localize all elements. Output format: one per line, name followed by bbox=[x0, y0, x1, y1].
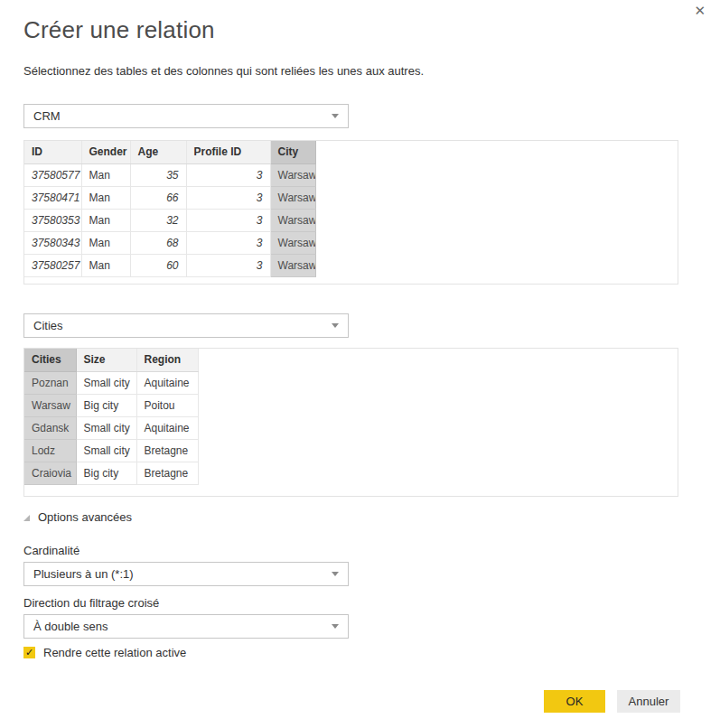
cell-region[interactable]: Aquitaine bbox=[136, 416, 198, 439]
cell-profile-id[interactable]: 3 bbox=[186, 186, 270, 209]
cell-gender[interactable]: Man bbox=[81, 231, 130, 254]
cell-city[interactable]: Warsaw bbox=[270, 209, 315, 231]
cell-region[interactable]: Bretagne bbox=[136, 462, 198, 484]
advanced-options-label: Options avancées bbox=[38, 510, 132, 524]
cell-city[interactable]: Warsaw bbox=[270, 186, 315, 209]
cell-gender[interactable]: Man bbox=[81, 163, 130, 186]
chevron-down-icon bbox=[332, 572, 339, 576]
table-row: Lodz Small city Bretagne bbox=[24, 439, 198, 462]
cell-size[interactable]: Small city bbox=[76, 439, 136, 462]
cell-id[interactable]: 37580257 bbox=[24, 254, 81, 276]
create-relationship-dialog: ✕ Créer une relation Sélectionnez des ta… bbox=[0, 0, 720, 728]
table-row: Gdansk Small city Aquitaine bbox=[24, 416, 198, 439]
table-row: 37580343 Man 68 3 Warsaw bbox=[24, 231, 315, 254]
column-header-age[interactable]: Age bbox=[130, 141, 186, 163]
table-row: Poznan Small city Aquitaine bbox=[24, 371, 198, 394]
cell-region[interactable]: Aquitaine bbox=[136, 371, 198, 394]
cell-city[interactable]: Warsaw bbox=[270, 163, 315, 186]
cell-size[interactable]: Big city bbox=[76, 462, 136, 484]
dialog-subtitle: Sélectionnez des tables et des colonnes … bbox=[23, 64, 424, 78]
table-row: Warsaw Big city Poitou bbox=[24, 394, 198, 416]
cell-cities[interactable]: Craiovia bbox=[24, 462, 76, 484]
cell-gender[interactable]: Man bbox=[81, 186, 130, 209]
cross-filter-direction-select-value: À double sens bbox=[33, 620, 108, 633]
cardinality-select[interactable]: Plusieurs à un (*:1) bbox=[23, 562, 349, 586]
close-icon[interactable]: ✕ bbox=[694, 4, 706, 18]
cell-cities[interactable]: Poznan bbox=[24, 371, 76, 394]
table-row: 37580353 Man 32 3 Warsaw bbox=[24, 209, 315, 231]
cell-id[interactable]: 37580353 bbox=[24, 209, 81, 231]
cell-region[interactable]: Poitou bbox=[136, 394, 198, 416]
cell-gender[interactable]: Man bbox=[81, 254, 130, 276]
crm-table: ID Gender Age Profile ID City 37580577 M… bbox=[24, 141, 316, 277]
cell-age[interactable]: 66 bbox=[130, 186, 186, 209]
cell-size[interactable]: Small city bbox=[76, 371, 136, 394]
table-row: Craiovia Big city Bretagne bbox=[24, 462, 198, 484]
cardinality-label: Cardinalité bbox=[23, 544, 79, 557]
column-header-profile-id[interactable]: Profile ID bbox=[186, 141, 270, 163]
column-header-region[interactable]: Region bbox=[136, 349, 198, 371]
cell-age[interactable]: 35 bbox=[130, 163, 186, 186]
cell-profile-id[interactable]: 3 bbox=[186, 231, 270, 254]
column-header-gender[interactable]: Gender bbox=[81, 141, 130, 163]
cell-cities[interactable]: Gdansk bbox=[24, 416, 76, 439]
advanced-options-toggle[interactable]: Options avancées bbox=[23, 510, 132, 524]
column-header-city-selected[interactable]: City bbox=[270, 141, 315, 163]
cell-age[interactable]: 60 bbox=[130, 254, 186, 276]
cell-profile-id[interactable]: 3 bbox=[186, 209, 270, 231]
table1-select[interactable]: CRM bbox=[23, 104, 349, 128]
cell-cities[interactable]: Warsaw bbox=[24, 394, 76, 416]
table2-select-value: Cities bbox=[33, 319, 63, 332]
cell-profile-id[interactable]: 3 bbox=[186, 163, 270, 186]
cities-header-row: Cities Size Region bbox=[24, 349, 198, 371]
column-header-id[interactable]: ID bbox=[24, 141, 81, 163]
cell-gender[interactable]: Man bbox=[81, 209, 130, 231]
cell-id[interactable]: 37580471 bbox=[24, 186, 81, 209]
cell-profile-id[interactable]: 3 bbox=[186, 254, 270, 276]
ok-button[interactable]: OK bbox=[544, 690, 605, 713]
cardinality-select-value: Plusieurs à un (*:1) bbox=[33, 567, 134, 581]
table-row: 37580257 Man 60 3 Warsaw bbox=[24, 254, 315, 276]
checkbox-checked-icon[interactable]: ✓ bbox=[23, 647, 35, 658]
table-row: 37580471 Man 66 3 Warsaw bbox=[24, 186, 315, 209]
cities-table: Cities Size Region Poznan Small city Aqu… bbox=[24, 349, 199, 485]
cancel-button[interactable]: Annuler bbox=[617, 690, 680, 713]
chevron-down-icon bbox=[332, 323, 339, 328]
cell-id[interactable]: 37580343 bbox=[24, 231, 81, 254]
cell-region[interactable]: Bretagne bbox=[136, 439, 198, 462]
cell-age[interactable]: 68 bbox=[130, 231, 186, 254]
cell-id[interactable]: 37580577 bbox=[24, 163, 81, 186]
cell-age[interactable]: 32 bbox=[130, 209, 186, 231]
dialog-title: Créer une relation bbox=[23, 16, 215, 44]
make-relationship-active-row[interactable]: ✓ Rendre cette relation active bbox=[23, 646, 186, 659]
table-row: 37580577 Man 35 3 Warsaw bbox=[24, 163, 315, 186]
cell-size[interactable]: Big city bbox=[76, 394, 136, 416]
expander-triangle-icon bbox=[23, 515, 30, 521]
column-header-cities-selected[interactable]: Cities bbox=[24, 349, 76, 371]
table2-preview: Cities Size Region Poznan Small city Aqu… bbox=[23, 348, 678, 497]
chevron-down-icon bbox=[332, 624, 339, 629]
cell-size[interactable]: Small city bbox=[76, 416, 136, 439]
column-header-size[interactable]: Size bbox=[76, 349, 136, 371]
cell-city[interactable]: Warsaw bbox=[270, 231, 315, 254]
cell-cities[interactable]: Lodz bbox=[24, 439, 76, 462]
table2-select[interactable]: Cities bbox=[23, 313, 349, 338]
table1-preview: ID Gender Age Profile ID City 37580577 M… bbox=[23, 140, 678, 285]
cross-filter-direction-label: Direction du filtrage croisé bbox=[23, 596, 159, 610]
chevron-down-icon bbox=[332, 114, 339, 118]
make-relationship-active-label: Rendre cette relation active bbox=[43, 646, 186, 659]
cross-filter-direction-select[interactable]: À double sens bbox=[23, 614, 349, 639]
table1-select-value: CRM bbox=[33, 109, 61, 123]
crm-header-row: ID Gender Age Profile ID City bbox=[24, 141, 315, 163]
cell-city[interactable]: Warsaw bbox=[270, 254, 315, 276]
